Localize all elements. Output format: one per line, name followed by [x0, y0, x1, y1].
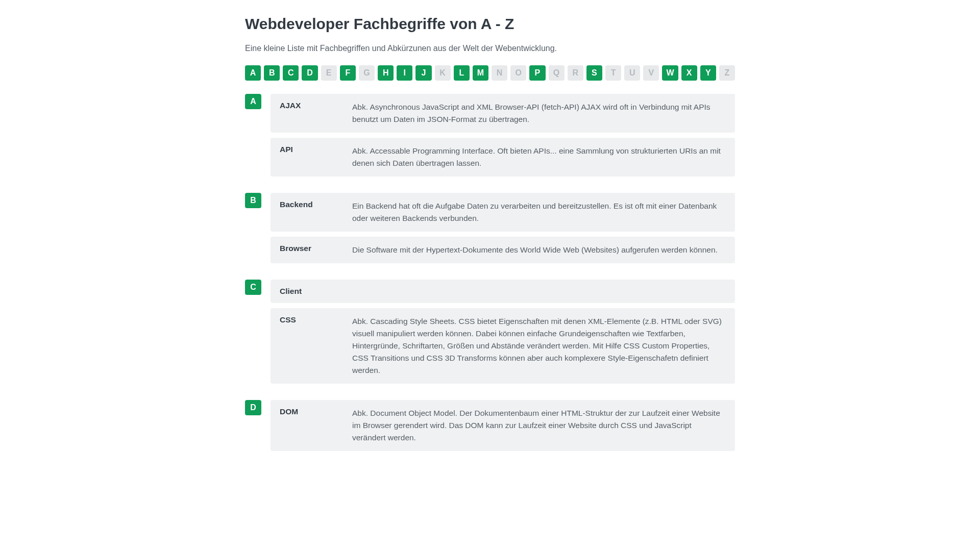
- letter-nav-o: O: [510, 65, 526, 81]
- entries: DOMAbk. Document Object Model. Der Dokum…: [271, 400, 735, 456]
- page-intro: Eine kleine Liste mit Fachbegriffen und …: [245, 44, 735, 53]
- letter-nav-j[interactable]: J: [415, 65, 431, 81]
- term: Backend: [280, 200, 342, 209]
- letter-nav: ABCDEFGHIJKLMNOPQRSTUVWXYZ: [245, 65, 735, 81]
- glossary-entry: APIAbk. Accessable Programming Interface…: [271, 138, 735, 177]
- entries: AJAXAbk. Asynchronous JavaScript and XML…: [271, 94, 735, 182]
- glossary-entry: AJAXAbk. Asynchronous JavaScript and XML…: [271, 94, 735, 133]
- letter-nav-d[interactable]: D: [302, 65, 317, 81]
- term: Browser: [280, 244, 342, 253]
- definition: Abk. Document Object Model. Der Dokument…: [352, 407, 726, 444]
- glossary-section-a: AAJAXAbk. Asynchronous JavaScript and XM…: [245, 94, 735, 182]
- glossary-entry: BrowserDie Software mit der Hypertext-Do…: [271, 237, 735, 263]
- letter-nav-w[interactable]: W: [662, 65, 678, 81]
- letter-nav-e: E: [321, 65, 337, 81]
- letter-nav-l[interactable]: L: [454, 65, 470, 81]
- glossary-section-d: DDOMAbk. Document Object Model. Der Doku…: [245, 400, 735, 456]
- letter-nav-a[interactable]: A: [245, 65, 261, 81]
- definition: Abk. Cascading Style Sheets. CSS bietet …: [352, 315, 726, 377]
- letter-nav-g: G: [359, 65, 375, 81]
- letter-nav-v: V: [643, 65, 659, 81]
- letter-nav-n: N: [492, 65, 507, 81]
- letter-nav-f[interactable]: F: [340, 65, 356, 81]
- term: DOM: [280, 407, 342, 416]
- entries: ClientCSSAbk. Cascading Style Sheets. CS…: [271, 280, 735, 389]
- letter-nav-i[interactable]: I: [397, 65, 412, 81]
- letter-nav-m[interactable]: M: [473, 65, 488, 81]
- letter-nav-t: T: [605, 65, 621, 81]
- glossary-section-c: CClientCSSAbk. Cascading Style Sheets. C…: [245, 280, 735, 389]
- letter-nav-z: Z: [719, 65, 735, 81]
- glossary-entry: Client: [271, 280, 735, 303]
- section-letter-badge: D: [245, 400, 261, 415]
- letter-nav-h[interactable]: H: [378, 65, 394, 81]
- letter-nav-x[interactable]: X: [681, 65, 697, 81]
- term: CSS: [280, 315, 342, 324]
- letter-nav-b[interactable]: B: [264, 65, 280, 81]
- definition: Abk. Accessable Programming Interface. O…: [352, 145, 726, 169]
- letter-nav-s[interactable]: S: [586, 65, 602, 81]
- definition: Ein Backend hat oft die Aufgabe Daten zu…: [352, 200, 726, 224]
- definition: Die Software mit der Hypertext-Dokumente…: [352, 244, 726, 256]
- section-letter-badge: C: [245, 280, 261, 295]
- page-title: Webdeveloper Fachbegriffe von A - Z: [245, 15, 735, 33]
- entries: BackendEin Backend hat oft die Aufgabe D…: [271, 193, 735, 268]
- term: API: [280, 145, 342, 154]
- term: AJAX: [280, 101, 342, 110]
- letter-nav-q: Q: [549, 65, 565, 81]
- term: Client: [280, 287, 342, 296]
- glossary-entry: DOMAbk. Document Object Model. Der Dokum…: [271, 400, 735, 451]
- letter-nav-u: U: [624, 65, 640, 81]
- letter-nav-k: K: [435, 65, 451, 81]
- section-letter-badge: B: [245, 193, 261, 208]
- definition: Abk. Asynchronous JavaScript and XML Bro…: [352, 101, 726, 126]
- glossary-entry: BackendEin Backend hat oft die Aufgabe D…: [271, 193, 735, 232]
- letter-nav-p[interactable]: P: [529, 65, 545, 81]
- section-letter-badge: A: [245, 94, 261, 109]
- glossary-entry: CSSAbk. Cascading Style Sheets. CSS biet…: [271, 308, 735, 384]
- letter-nav-c[interactable]: C: [283, 65, 299, 81]
- letter-nav-y[interactable]: Y: [700, 65, 716, 81]
- glossary-section-b: BBackendEin Backend hat oft die Aufgabe …: [245, 193, 735, 268]
- letter-nav-r: R: [568, 65, 583, 81]
